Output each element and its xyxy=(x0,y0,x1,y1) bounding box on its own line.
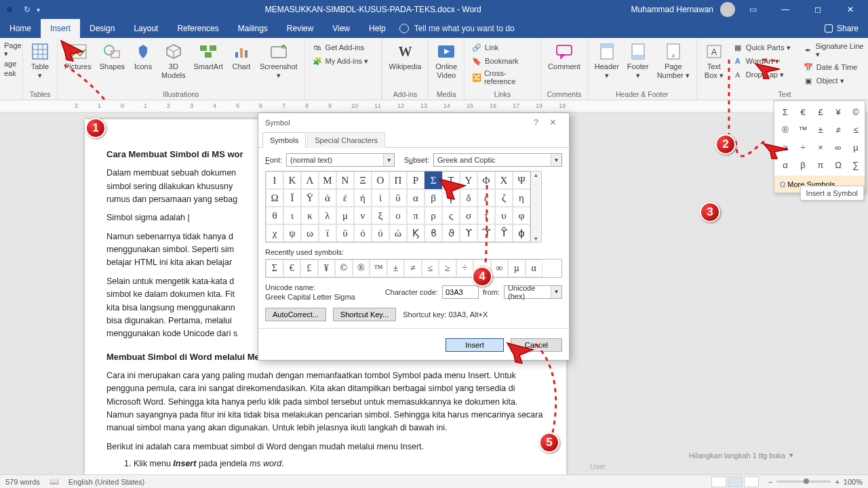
cross-reference-button[interactable]: 🔀Cross-reference xyxy=(469,68,536,87)
chart-button[interactable]: Chart xyxy=(229,41,254,81)
symbol-cell[interactable]: ξ xyxy=(372,207,389,224)
symbol-cell[interactable]: θ xyxy=(266,207,283,224)
dialog-tab-symbols[interactable]: Symbols xyxy=(262,132,306,148)
flyout-symbol[interactable]: ± xyxy=(812,121,829,138)
flyout-symbol[interactable]: Σ xyxy=(777,104,793,120)
autocorrect-button[interactable]: AutoCorrect... xyxy=(265,308,326,321)
icons-button[interactable]: Icons xyxy=(130,41,156,81)
signature-line-button[interactable]: ✒Signature Line ▾ xyxy=(800,41,868,60)
tab-view[interactable]: View xyxy=(323,19,359,38)
symbol-cell[interactable]: σ xyxy=(460,207,477,224)
3d-models-button[interactable]: 3D Models xyxy=(159,41,188,81)
symbol-cell[interactable]: Φ xyxy=(477,171,495,189)
flyout-symbol[interactable]: × xyxy=(812,139,829,155)
read-mode-button[interactable] xyxy=(711,476,726,487)
symbol-cell[interactable]: Χ xyxy=(495,171,513,189)
symbol-cell[interactable]: Ϊ xyxy=(283,189,301,207)
flyout-symbol[interactable]: Ω xyxy=(830,157,846,173)
recent-symbol[interactable]: ∞ xyxy=(491,260,509,277)
tab-references[interactable]: References xyxy=(167,19,228,38)
symbol-cell[interactable]: Κ xyxy=(283,171,301,189)
wikipedia-button[interactable]: WWikipedia xyxy=(387,41,425,73)
screenshot-button[interactable]: +Screenshot▾ xyxy=(257,41,300,81)
symbol-cell[interactable]: Ο xyxy=(372,171,389,189)
my-addins-button[interactable]: 🧩My Add-ins ▾ xyxy=(309,54,377,68)
recent-symbol[interactable]: ® xyxy=(353,260,370,277)
symbol-cell[interactable]: λ xyxy=(319,207,336,224)
symbol-cell[interactable]: ϑ xyxy=(442,224,460,242)
user-avatar[interactable] xyxy=(720,2,735,17)
recent-symbol[interactable]: α xyxy=(526,260,543,277)
symbol-cell[interactable]: ϒ xyxy=(460,224,477,242)
tab-home[interactable]: Home xyxy=(0,19,41,38)
flyout-symbol[interactable]: £ xyxy=(812,104,829,120)
flyout-symbol[interactable]: © xyxy=(848,104,864,120)
symbol-cell[interactable]: ϊ xyxy=(319,224,336,242)
flyout-symbol[interactable]: ÷ xyxy=(795,139,811,155)
symbol-cell[interactable]: χ xyxy=(266,224,283,242)
insert-button[interactable]: Insert xyxy=(446,338,504,352)
horizontal-ruler[interactable]: 21012345678910111213141516171819 xyxy=(0,100,868,113)
flyout-symbol[interactable]: ∑ xyxy=(848,157,864,173)
language-status[interactable]: English (United States) xyxy=(68,478,145,486)
symbol-cell[interactable]: ν xyxy=(354,207,372,224)
symbol-cell[interactable]: ω xyxy=(301,224,319,242)
symbol-cell[interactable]: ι xyxy=(283,207,301,224)
symbol-cell[interactable]: Ω xyxy=(266,189,283,207)
link-button[interactable]: 🔗Link xyxy=(469,41,536,54)
flyout-symbol[interactable]: π xyxy=(812,157,829,173)
recent-symbol[interactable]: ± xyxy=(387,260,405,277)
qat-customize[interactable]: ▾ xyxy=(37,6,40,14)
symbol-cell[interactable]: ο xyxy=(389,207,407,224)
symbol-cell[interactable]: ζ xyxy=(495,189,513,207)
symbol-cell[interactable]: ϔ xyxy=(495,224,513,242)
symbol-cell[interactable]: Ψ xyxy=(513,171,530,189)
tab-review[interactable]: Review xyxy=(277,19,323,38)
symbol-cell[interactable]: Ι xyxy=(266,171,283,189)
subset-combobox[interactable]: Greek and Coptic▼ xyxy=(433,153,562,167)
spell-check-icon[interactable]: 📖 xyxy=(50,477,59,486)
symbol-cell[interactable]: υ xyxy=(495,207,513,224)
footer-button[interactable]: Footer▾ xyxy=(625,41,652,81)
share-button[interactable]: Share xyxy=(815,19,868,38)
symbol-cell[interactable]: ύ xyxy=(372,224,389,242)
object-button[interactable]: ▣Object ▾ xyxy=(800,74,868,87)
flyout-symbol[interactable]: ∞ xyxy=(830,139,846,155)
smartart-button[interactable]: SmartArt xyxy=(191,41,226,81)
symbol-cell[interactable]: ς xyxy=(442,207,460,224)
blank-page-button[interactable]: age xyxy=(4,59,18,68)
zoom-in-button[interactable]: + xyxy=(835,478,839,486)
tab-layout[interactable]: Layout xyxy=(124,19,167,38)
bookmark-button[interactable]: 🔖Bookmark xyxy=(469,54,536,68)
symbol-cell[interactable]: τ xyxy=(477,207,495,224)
symbol-cell[interactable]: ώ xyxy=(389,224,407,242)
dialog-tab-special[interactable]: Special Characters xyxy=(307,132,385,148)
user-name[interactable]: Muhammad Hernawan xyxy=(631,5,713,14)
flyout-symbol[interactable]: € xyxy=(795,104,811,120)
word-count[interactable]: 579 words xyxy=(5,478,40,486)
symbol-cell[interactable]: α xyxy=(407,189,425,207)
symbol-cell[interactable]: ΰ xyxy=(389,189,407,207)
tab-insert[interactable]: Insert xyxy=(41,19,80,38)
recent-symbol[interactable]: ≤ xyxy=(422,260,439,277)
recent-symbol[interactable]: ≠ xyxy=(404,260,422,277)
redo-button[interactable]: ↻ xyxy=(22,4,33,15)
recent-symbol[interactable]: ÷ xyxy=(456,260,474,277)
symbol-cell[interactable]: Ρ xyxy=(407,171,425,189)
symbol-cell[interactable]: ϋ xyxy=(336,224,354,242)
table-button[interactable]: Table▾ xyxy=(27,41,53,81)
zoom-slider[interactable] xyxy=(776,481,831,483)
text-box-button[interactable]: AText Box ▾ xyxy=(701,41,727,87)
print-layout-button[interactable] xyxy=(728,476,743,487)
character-code-input[interactable] xyxy=(442,285,479,299)
get-addins-button[interactable]: 🛍Get Add-ins xyxy=(309,41,377,54)
recent-symbol[interactable]: € xyxy=(283,260,301,277)
symbol-cell[interactable]: η xyxy=(513,189,530,207)
minimize-button[interactable]: — xyxy=(770,0,800,19)
symbol-cell[interactable]: Μ xyxy=(319,171,336,189)
page-break-button[interactable]: eak xyxy=(4,68,18,78)
header-button[interactable]: Header▾ xyxy=(592,41,622,81)
symbol-cell[interactable]: Ξ xyxy=(354,171,372,189)
symbol-cell[interactable]: ε xyxy=(477,189,495,207)
font-combobox[interactable]: (normal text)▼ xyxy=(286,153,395,167)
